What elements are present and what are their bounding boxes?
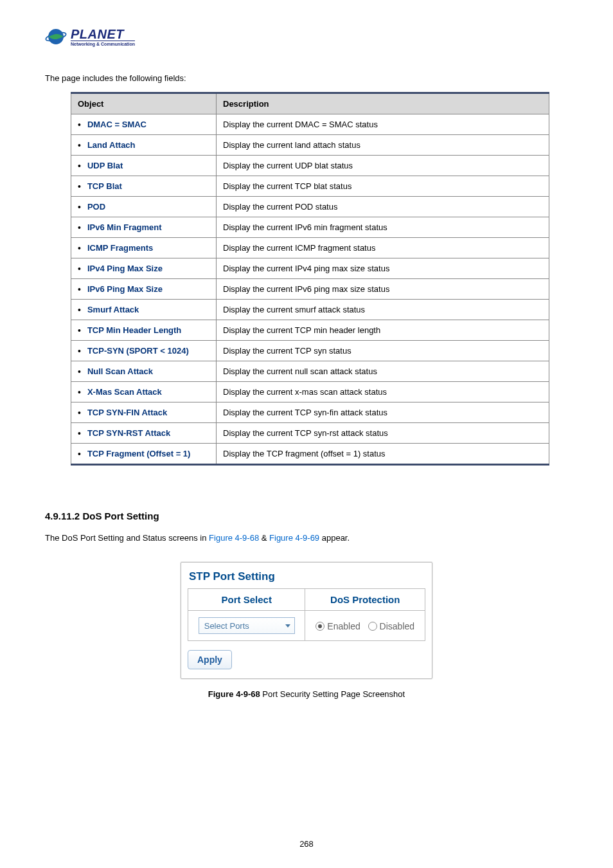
object-label: DMAC = SMAC: [87, 120, 147, 129]
ss-col-dos-protection: DoS Protection: [305, 589, 425, 611]
object-cell: •DMAC = SMAC: [71, 114, 217, 135]
object-cell: •TCP-SYN (SPORT < 1024): [71, 341, 217, 361]
object-cell: •IPv6 Min Fragment: [71, 217, 217, 238]
section-sentence: The DoS Port Setting and Status screens …: [45, 533, 568, 543]
object-cell: •UDP Blat: [71, 156, 217, 176]
table-row: •X-Mas Scan AttackDisplay the current x-…: [71, 382, 549, 402]
description-cell: Display the current TCP syn-fin attack s…: [217, 402, 549, 423]
description-cell: Display the current TCP blat status: [217, 176, 549, 197]
chevron-down-icon: [285, 624, 290, 628]
description-cell: Display the current IPv6 min fragment st…: [217, 217, 549, 238]
object-label: TCP SYN-FIN Attack: [87, 408, 167, 417]
description-cell: Display the current TCP syn-rst attack s…: [217, 423, 549, 444]
table-row: •Smurf AttackDisplay the current smurf a…: [71, 300, 549, 320]
bullet-icon: •: [78, 326, 81, 335]
object-label: UDP Blat: [87, 161, 123, 170]
bullet-icon: •: [78, 388, 81, 397]
object-label: TCP Fragment (Offset = 1): [87, 449, 190, 458]
bullet-icon: •: [78, 429, 81, 438]
bullet-icon: •: [78, 161, 81, 170]
object-cell: •IPv6 Ping Max Size: [71, 279, 217, 300]
port-select-dropdown[interactable]: Select Ports: [199, 617, 295, 634]
bullet-icon: •: [78, 367, 81, 376]
object-cell: •TCP Min Header Length: [71, 320, 217, 341]
object-label: TCP SYN-RST Attack: [87, 428, 170, 438]
caption-strong: Figure 4-9-68: [208, 689, 260, 699]
bullet-icon: •: [78, 244, 81, 253]
description-cell: Display the current TCP syn status: [217, 341, 549, 361]
object-label: ICMP Fragments: [87, 243, 153, 253]
th-object: Object: [71, 93, 217, 114]
th-description: Description: [217, 93, 549, 114]
object-cell: •Land Attach: [71, 135, 217, 156]
radio-disabled-label: Disabled: [380, 621, 414, 631]
object-label: POD: [87, 202, 105, 212]
bullet-icon: •: [78, 347, 81, 356]
object-cell: •TCP SYN-FIN Attack: [71, 402, 217, 423]
caption-rest: Port Security Setting Page Screenshot: [260, 689, 405, 699]
page-number: 268: [0, 839, 613, 849]
description-cell: Display the current IPv4 ping max size s…: [217, 258, 549, 279]
table-row: •TCP BlatDisplay the current TCP blat st…: [71, 176, 549, 197]
object-cell: •ICMP Fragments: [71, 238, 217, 258]
object-cell: •TCP Blat: [71, 176, 217, 197]
object-label: X-Mas Scan Attack: [87, 387, 162, 397]
bullet-icon: •: [78, 203, 81, 212]
logo: PLANET Networking & Communication: [45, 26, 568, 48]
logo-brand: PLANET: [71, 28, 135, 41]
object-label: Smurf Attack: [87, 305, 139, 314]
object-label: Null Scan Attack: [87, 366, 153, 376]
table-row: •ICMP FragmentsDisplay the current ICMP …: [71, 238, 549, 258]
table-row: •IPv4 Ping Max SizeDisplay the current I…: [71, 258, 549, 279]
description-cell: Display the current null scan attack sta…: [217, 361, 549, 382]
description-cell: Display the current x-mas scan attack st…: [217, 382, 549, 402]
object-label: TCP-SYN (SPORT < 1024): [87, 346, 189, 356]
object-label: IPv4 Ping Max Size: [87, 264, 163, 273]
table-row: •TCP SYN-RST AttackDisplay the current T…: [71, 423, 549, 444]
dropdown-value: Select Ports: [204, 621, 249, 631]
object-cell: •POD: [71, 197, 217, 217]
fields-table: Object Description •DMAC = SMACDisplay t…: [71, 92, 549, 466]
table-row: •TCP SYN-FIN AttackDisplay the current T…: [71, 402, 549, 423]
bullet-icon: •: [78, 408, 81, 417]
object-label: TCP Min Header Length: [87, 325, 181, 335]
apply-button[interactable]: Apply: [188, 650, 232, 669]
bullet-icon: •: [78, 120, 81, 129]
object-cell: •Null Scan Attack: [71, 361, 217, 382]
figure-ref-69[interactable]: Figure 4-9-69: [269, 533, 319, 543]
object-cell: •IPv4 Ping Max Size: [71, 258, 217, 279]
description-cell: Display the current DMAC = SMAC status: [217, 114, 549, 135]
screenshot-table: Port Select DoS Protection Select Ports …: [188, 588, 425, 641]
ss-col-port-select: Port Select: [188, 589, 305, 611]
bullet-icon: •: [78, 305, 81, 314]
object-cell: •Smurf Attack: [71, 300, 217, 320]
bullet-icon: •: [78, 182, 81, 191]
object-label: Land Attach: [87, 140, 136, 150]
bullet-icon: •: [78, 223, 81, 232]
logo-tagline: Networking & Communication: [71, 41, 135, 46]
bullet-icon: •: [78, 141, 81, 150]
object-label: IPv6 Min Fragment: [87, 222, 162, 232]
figure-caption: Figure 4-9-68 Port Security Setting Page…: [45, 689, 568, 699]
object-cell: •TCP SYN-RST Attack: [71, 423, 217, 444]
description-cell: Display the current ICMP fragment status: [217, 238, 549, 258]
table-row: •PODDisplay the current POD status: [71, 197, 549, 217]
object-label: IPv6 Ping Max Size: [87, 284, 163, 294]
radio-disabled[interactable]: [368, 622, 377, 631]
description-cell: Display the TCP fragment (offset = 1) st…: [217, 444, 549, 465]
description-cell: Display the current IPv6 ping max size s…: [217, 279, 549, 300]
description-cell: Display the current land attach status: [217, 135, 549, 156]
sentence-amp: &: [259, 533, 269, 543]
figure-ref-68[interactable]: Figure 4-9-68: [209, 533, 259, 543]
table-row: •TCP Fragment (Offset = 1)Display the TC…: [71, 444, 549, 465]
description-cell: Display the current POD status: [217, 197, 549, 217]
table-row: •DMAC = SMACDisplay the current DMAC = S…: [71, 114, 549, 135]
bullet-icon: •: [78, 285, 81, 294]
description-cell: Display the current UDP blat status: [217, 156, 549, 176]
table-row: •TCP Min Header LengthDisplay the curren…: [71, 320, 549, 341]
description-cell: Display the current smurf attack status: [217, 300, 549, 320]
radio-enabled[interactable]: [315, 622, 324, 631]
section-heading: 4.9.11.2 DoS Port Setting: [45, 511, 568, 521]
object-cell: •TCP Fragment (Offset = 1): [71, 444, 217, 465]
table-row: •Land AttachDisplay the current land att…: [71, 135, 549, 156]
